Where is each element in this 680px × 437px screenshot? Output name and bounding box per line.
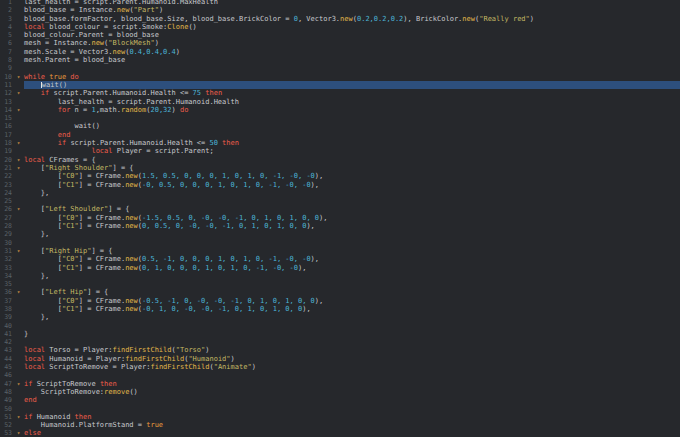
code-line[interactable]: 52 Humanoid.PlatformStand = true xyxy=(0,421,680,429)
code-text: ScriptToRemove:remove() xyxy=(24,388,680,396)
code-line[interactable]: 25 xyxy=(0,197,680,205)
code-line[interactable]: 2blood_base = Instance.new("Part") xyxy=(0,6,680,14)
fold-spacer xyxy=(13,322,24,330)
code-line[interactable]: 13 last_health = script.Parent.Humanoid.… xyxy=(0,98,680,106)
fold-arrow-icon[interactable]: ▾ xyxy=(13,413,24,421)
code-line[interactable]: 10▾while true do xyxy=(0,73,680,81)
code-line[interactable]: 45local ScriptToRemove = Player:findFirs… xyxy=(0,363,680,371)
fold-arrow-icon[interactable]: ▾ xyxy=(13,205,24,213)
fold-spacer xyxy=(13,371,24,379)
code-text: for n = 1,math.random(20,32) do xyxy=(24,106,680,114)
fold-arrow-icon[interactable]: ▾ xyxy=(13,89,24,97)
code-line[interactable]: 31▾ ["Right Hip"] = { xyxy=(0,247,680,255)
code-line[interactable]: 14▾ for n = 1,math.random(20,32) do xyxy=(0,106,680,114)
code-line[interactable]: 51▾if Humanoid then xyxy=(0,413,680,421)
code-line[interactable]: 40 xyxy=(0,322,680,330)
code-text: if script.Parent.Humanoid.Health <= 75 t… xyxy=(24,89,680,97)
code-line[interactable]: 29 }, xyxy=(0,230,680,238)
code-line[interactable]: 41} xyxy=(0,330,680,338)
fold-arrow-icon[interactable]: ▾ xyxy=(13,73,24,81)
indent-whitespace xyxy=(24,131,58,139)
code-line[interactable]: 11 wait() xyxy=(0,81,680,89)
code-line[interactable]: 21▾ ["Right Shoulder"] = { xyxy=(0,164,680,172)
line-number: 23 xyxy=(0,181,13,189)
code-line[interactable]: 7mesh.Scale = Vector3.new(0.4,0.4,0.4) xyxy=(0,48,680,56)
code-text: if Humanoid then xyxy=(24,413,680,421)
code-line[interactable]: 24 }, xyxy=(0,189,680,197)
token: ] = CFrame. xyxy=(79,264,125,272)
token: local xyxy=(91,147,116,155)
indent-whitespace xyxy=(24,247,41,255)
code-line[interactable]: 15 xyxy=(0,114,680,122)
token: "Left Shoulder" xyxy=(45,205,108,213)
code-text: local CFrames = { xyxy=(24,156,680,164)
code-line[interactable]: 20▾local CFrames = { xyxy=(0,156,680,164)
fold-arrow-icon[interactable]: ▾ xyxy=(13,156,24,164)
line-number: 34 xyxy=(0,272,13,280)
script-editor: 1last_health = script.Parent.Humanoid.Ma… xyxy=(0,0,680,437)
code-line[interactable]: 6mesh = Instance.new("BlockMesh") xyxy=(0,39,680,47)
code-line[interactable]: 28 ["C1"] = CFrame.new(0, 0.5, 0, -0, -0… xyxy=(0,222,680,230)
code-line[interactable]: 47▾if ScriptToRemove then xyxy=(0,380,680,388)
token: new xyxy=(125,214,138,222)
line-number: 36 xyxy=(0,288,13,296)
code-line[interactable]: 22 ["C0"] = CFrame.new(1.5, 0.5, 0, 0, 0… xyxy=(0,172,680,180)
code-line[interactable]: 36▾ ["Left Hip"] = { xyxy=(0,288,680,296)
code-line[interactable]: 27 ["C0"] = CFrame.new(-1.5, 0.5, 0, -0,… xyxy=(0,214,680,222)
line-number: 37 xyxy=(0,297,13,305)
code-text: blood_base = Instance.new("Part") xyxy=(24,6,680,14)
code-line[interactable]: 30 xyxy=(0,239,680,247)
code-line[interactable]: 5blood_colour.Parent = blood_base xyxy=(0,31,680,39)
code-line[interactable]: 48 ScriptToRemove:remove() xyxy=(0,388,680,396)
code-text: ["C0"] = CFrame.new(-0.5, -1, 0, -0, -0,… xyxy=(24,297,680,305)
fold-arrow-icon[interactable]: ▾ xyxy=(13,380,24,388)
code-line[interactable]: 44local Humanoid = Player:findFirstChild… xyxy=(0,355,680,363)
token: new xyxy=(91,39,104,47)
code-line[interactable]: 17 end xyxy=(0,131,680,139)
token: ScriptToRemove: xyxy=(41,388,104,396)
code-line[interactable]: 8mesh.Parent = blood_base xyxy=(0,56,680,64)
code-line[interactable]: 43local Torso = Player:findFirstChild("T… xyxy=(0,346,680,354)
fold-spacer xyxy=(13,39,24,47)
code-line[interactable]: 3blood_base.formFactor, blood_base.Size,… xyxy=(0,15,680,23)
code-line[interactable]: 38 ["C1"] = CFrame.new(-0, 1, 0, -0, -0,… xyxy=(0,305,680,313)
code-line[interactable]: 9 xyxy=(0,64,680,72)
code-line[interactable]: 37 ["C0"] = CFrame.new(-0.5, -1, 0, -0, … xyxy=(0,297,680,305)
token: findFirstChild xyxy=(125,355,184,363)
code-line[interactable]: 12▾ if script.Parent.Humanoid.Health <= … xyxy=(0,89,680,97)
indent-whitespace xyxy=(24,264,58,272)
fold-spacer xyxy=(13,56,24,64)
code-line[interactable]: 39 }, xyxy=(0,313,680,321)
token: ), xyxy=(319,214,327,222)
code-line[interactable]: 42 xyxy=(0,338,680,346)
token: "C0" xyxy=(62,214,79,222)
code-line[interactable]: 50 xyxy=(0,405,680,413)
code-text xyxy=(24,114,680,122)
code-line[interactable]: 35 xyxy=(0,280,680,288)
code-line[interactable]: 18▾ if script.Parent.Humanoid.Health <= … xyxy=(0,139,680,147)
token: ScriptToRemove = Player: xyxy=(49,363,150,371)
code-line[interactable]: 46 xyxy=(0,371,680,379)
fold-arrow-icon[interactable]: ▾ xyxy=(13,164,24,172)
code-line[interactable]: 33 ["C1"] = CFrame.new(0, 1, 0, 0, 0, 1,… xyxy=(0,264,680,272)
code-line[interactable]: 34 }, xyxy=(0,272,680,280)
fold-arrow-icon[interactable]: ▾ xyxy=(13,429,24,437)
fold-arrow-icon[interactable]: ▾ xyxy=(13,139,24,147)
token: ] = { xyxy=(91,247,112,255)
code-line[interactable]: 26▾ ["Left Shoulder"] = { xyxy=(0,205,680,213)
token: ] = CFrame. xyxy=(79,181,125,189)
fold-arrow-icon[interactable]: ▾ xyxy=(13,106,24,114)
fold-arrow-icon[interactable]: ▾ xyxy=(13,247,24,255)
code-line[interactable]: 49end xyxy=(0,396,680,404)
token: findFirstChild xyxy=(113,346,172,354)
indent-whitespace xyxy=(24,297,58,305)
fold-arrow-icon[interactable]: ▾ xyxy=(13,288,24,296)
code-line[interactable]: 23 ["C1"] = CFrame.new(-0, 0.5, 0, 0, 0,… xyxy=(0,181,680,189)
code-line[interactable]: 53▾else xyxy=(0,429,680,437)
code-line[interactable]: 32 ["C0"] = CFrame.new(0.5, -1, 0, 0, 0,… xyxy=(0,255,680,263)
code-text: end xyxy=(24,396,680,404)
code-line[interactable]: 19 local Player = script.Parent; xyxy=(0,147,680,155)
code-line[interactable]: 4local blood_colour = script.Smoke:Clone… xyxy=(0,23,680,31)
code-line[interactable]: 16 wait() xyxy=(0,122,680,130)
fold-spacer xyxy=(13,131,24,139)
